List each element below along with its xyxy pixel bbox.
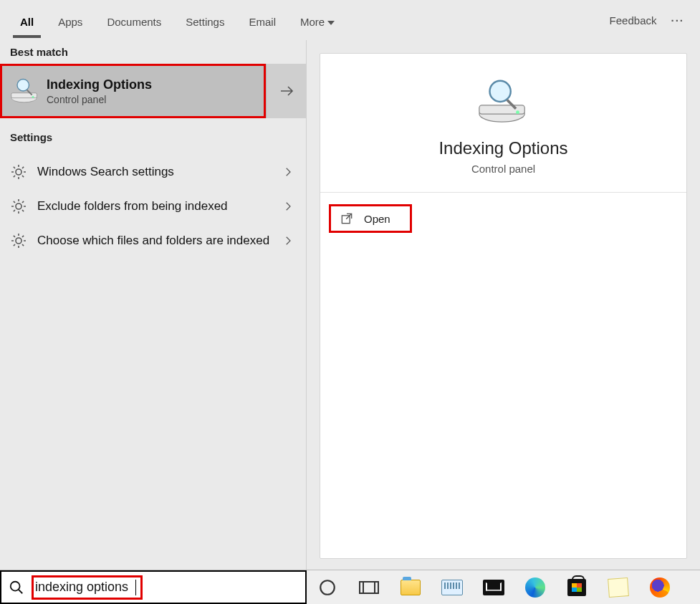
settings-result-choose-files-folders[interactable]: Choose which files and folders are index… <box>0 224 306 258</box>
best-match-title: Indexing Options <box>47 77 152 92</box>
gear-icon <box>10 163 27 181</box>
results-list-pane: Best match Indexing Options <box>0 40 307 570</box>
edge-icon[interactable] <box>524 577 546 598</box>
best-match-subtitle: Control panel <box>47 94 152 105</box>
svg-point-2 <box>32 96 34 98</box>
svg-point-11 <box>489 81 510 102</box>
arrow-right-icon <box>278 82 295 100</box>
preview-title: Indexing Options <box>320 138 686 158</box>
settings-header: Settings <box>0 118 306 148</box>
search-results-flyout: All Apps Documents Settings Email More F… <box>0 0 700 570</box>
chevron-right-icon <box>280 166 296 178</box>
svg-rect-17 <box>360 582 378 593</box>
chevron-down-icon <box>327 21 335 25</box>
mail-icon[interactable] <box>483 577 504 598</box>
svg-point-5 <box>16 169 21 175</box>
open-action-label: Open <box>364 213 390 225</box>
search-input[interactable] <box>35 580 135 595</box>
tab-documents[interactable]: Documents <box>100 3 168 38</box>
tab-apps[interactable]: Apps <box>51 3 90 38</box>
feedback-link[interactable]: Feedback <box>603 14 664 27</box>
indexing-options-icon <box>476 74 532 130</box>
search-icon <box>9 580 24 595</box>
firefox-icon[interactable] <box>649 577 671 598</box>
gear-icon <box>10 198 27 215</box>
file-explorer-icon[interactable] <box>400 577 421 598</box>
cortana-icon[interactable] <box>317 577 338 598</box>
text-caret <box>135 580 136 595</box>
gear-icon <box>10 232 27 249</box>
preview-card: Indexing Options Control panel Open <box>320 53 687 559</box>
best-match-header: Best match <box>0 40 306 62</box>
indexing-options-icon <box>9 75 41 107</box>
svg-point-6 <box>16 203 21 209</box>
open-icon <box>340 211 354 226</box>
open-action[interactable]: Open <box>329 204 412 233</box>
result-preview-pane: Indexing Options Control panel Open <box>307 40 700 570</box>
best-match-expand-button[interactable] <box>266 64 306 118</box>
chevron-right-icon <box>280 200 296 213</box>
svg-point-3 <box>17 80 29 92</box>
svg-rect-18 <box>360 582 363 593</box>
settings-result-label: Windows Search settings <box>37 164 280 179</box>
settings-result-exclude-folders[interactable]: Exclude folders from being indexed <box>0 189 306 224</box>
microsoft-store-icon[interactable] <box>566 577 588 598</box>
search-filter-tabs: All Apps Documents Settings Email More F… <box>0 0 700 40</box>
svg-rect-19 <box>375 582 378 593</box>
start-search-box[interactable] <box>0 570 307 604</box>
best-match-result[interactable]: Indexing Options Control panel <box>0 64 306 118</box>
chevron-right-icon <box>280 234 296 247</box>
on-screen-keyboard-icon[interactable] <box>441 577 463 598</box>
best-match-main[interactable]: Indexing Options Control panel <box>0 64 266 118</box>
svg-point-7 <box>16 238 21 244</box>
settings-result-label: Exclude folders from being indexed <box>37 198 280 214</box>
more-options-button[interactable]: ··· <box>663 14 691 27</box>
preview-subtitle: Control panel <box>320 163 686 175</box>
tab-email[interactable]: Email <box>241 3 283 38</box>
settings-result-label: Choose which files and folders are index… <box>37 233 280 248</box>
sticky-notes-icon[interactable] <box>608 577 629 598</box>
svg-point-14 <box>11 581 20 590</box>
tab-settings[interactable]: Settings <box>178 3 231 38</box>
settings-result-windows-search-settings[interactable]: Windows Search settings <box>0 155 306 189</box>
task-view-icon[interactable] <box>358 577 380 598</box>
svg-point-16 <box>320 580 335 595</box>
tab-more[interactable]: More <box>293 3 342 38</box>
tab-all[interactable]: All <box>13 3 41 38</box>
taskbar <box>307 570 700 604</box>
svg-point-10 <box>516 110 519 114</box>
svg-line-15 <box>19 589 23 593</box>
